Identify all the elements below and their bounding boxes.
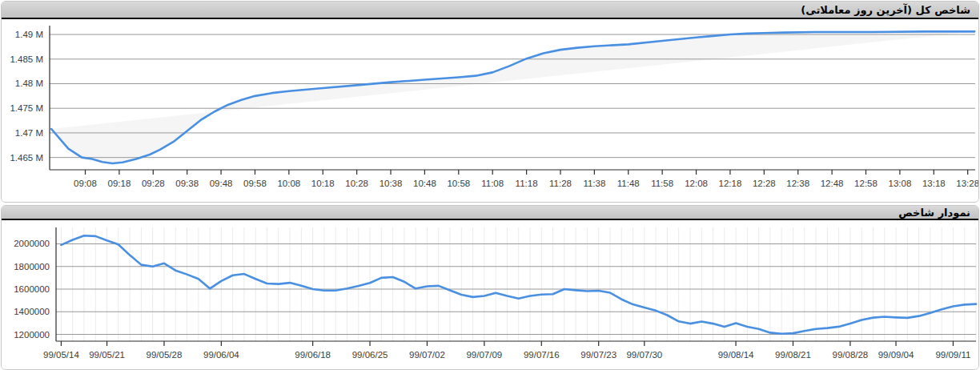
- svg-text:11:58: 11:58: [651, 179, 673, 188]
- intraday-index-panel: شاخص کل (آخرین روز معاملاتی) 1.465 M1.47…: [1, 1, 979, 203]
- svg-text:99/06/04: 99/06/04: [203, 350, 239, 360]
- svg-text:99/05/21: 99/05/21: [89, 350, 125, 360]
- svg-text:12:38: 12:38: [786, 179, 809, 188]
- svg-text:12:18: 12:18: [719, 179, 742, 188]
- history-chart-area[interactable]: 1200000140000016000001800000200000099/05…: [2, 220, 978, 369]
- svg-text:11:08: 11:08: [481, 179, 504, 188]
- svg-text:1.465 M: 1.465 M: [10, 153, 43, 163]
- history-panel-title: نمودار شاخص: [898, 207, 970, 219]
- svg-text:99/09/11: 99/09/11: [935, 350, 970, 360]
- svg-text:13:18: 13:18: [922, 179, 946, 188]
- svg-text:09:58: 09:58: [243, 179, 267, 188]
- svg-text:99/07/02: 99/07/02: [409, 350, 445, 360]
- intraday-chart-area[interactable]: 1.465 M1.47 M1.475 M1.48 M1.485 M1.49 M0…: [2, 19, 978, 202]
- svg-text:99/06/25: 99/06/25: [352, 350, 388, 360]
- svg-text:1400000: 1400000: [14, 307, 50, 316]
- svg-text:1600000: 1600000: [14, 284, 50, 294]
- svg-text:09:48: 09:48: [210, 179, 233, 188]
- svg-text:11:18: 11:18: [516, 179, 538, 188]
- svg-text:99/09/04: 99/09/04: [878, 350, 914, 360]
- svg-text:10:18: 10:18: [311, 179, 335, 188]
- svg-text:12:48: 12:48: [821, 179, 844, 188]
- svg-text:09:28: 09:28: [142, 179, 165, 188]
- svg-text:12:08: 12:08: [685, 179, 708, 188]
- svg-text:09:38: 09:38: [175, 179, 199, 188]
- svg-text:10:58: 10:58: [447, 179, 470, 188]
- svg-text:1.49 M: 1.49 M: [15, 30, 43, 39]
- svg-text:13:08: 13:08: [889, 179, 912, 188]
- svg-text:10:08: 10:08: [277, 179, 300, 188]
- svg-text:1.475 M: 1.475 M: [10, 103, 43, 113]
- svg-text:99/07/09: 99/07/09: [466, 350, 502, 360]
- intraday-panel-title: شاخص کل (آخرین روز معاملاتی): [801, 4, 970, 16]
- svg-text:99/08/21: 99/08/21: [775, 350, 811, 360]
- page: شاخص کل (آخرین روز معاملاتی) 1.465 M1.47…: [0, 1, 980, 370]
- svg-text:99/07/16: 99/07/16: [524, 350, 560, 360]
- svg-text:99/05/28: 99/05/28: [147, 350, 183, 360]
- svg-text:11:48: 11:48: [617, 179, 640, 188]
- svg-text:99/07/30: 99/07/30: [626, 350, 662, 360]
- svg-text:10:28: 10:28: [345, 179, 368, 188]
- svg-text:09:08: 09:08: [74, 179, 97, 188]
- svg-text:09:18: 09:18: [108, 179, 131, 188]
- history-line-chart[interactable]: 1200000140000016000001800000200000099/05…: [2, 220, 979, 369]
- svg-text:11:28: 11:28: [549, 179, 572, 188]
- svg-text:10:48: 10:48: [413, 179, 436, 188]
- svg-text:1.47 M: 1.47 M: [15, 128, 43, 138]
- svg-text:1800000: 1800000: [14, 262, 50, 271]
- svg-text:1200000: 1200000: [14, 330, 50, 340]
- svg-text:99/08/14: 99/08/14: [718, 350, 754, 360]
- svg-text:99/07/23: 99/07/23: [580, 350, 617, 360]
- intraday-panel-header: شاخص کل (آخرین روز معاملاتی): [2, 2, 978, 19]
- svg-text:12:28: 12:28: [753, 179, 776, 188]
- svg-text:99/05/14: 99/05/14: [43, 350, 79, 360]
- history-panel-header: نمودار شاخص: [2, 206, 978, 220]
- svg-text:10:38: 10:38: [380, 179, 403, 188]
- svg-text:1.48 M: 1.48 M: [15, 78, 43, 88]
- svg-text:99/08/28: 99/08/28: [833, 350, 869, 360]
- svg-text:11:38: 11:38: [583, 179, 605, 188]
- svg-text:99/06/18: 99/06/18: [295, 350, 331, 360]
- svg-text:2000000: 2000000: [14, 239, 50, 248]
- svg-text:13:28: 13:28: [956, 179, 979, 188]
- svg-text:1.485 M: 1.485 M: [10, 54, 43, 64]
- svg-text:12:58: 12:58: [854, 179, 878, 188]
- history-index-panel: نمودار شاخص 1200000140000016000001800000…: [1, 205, 979, 370]
- intraday-line-chart[interactable]: 1.465 M1.47 M1.475 M1.48 M1.485 M1.49 M0…: [2, 19, 979, 202]
